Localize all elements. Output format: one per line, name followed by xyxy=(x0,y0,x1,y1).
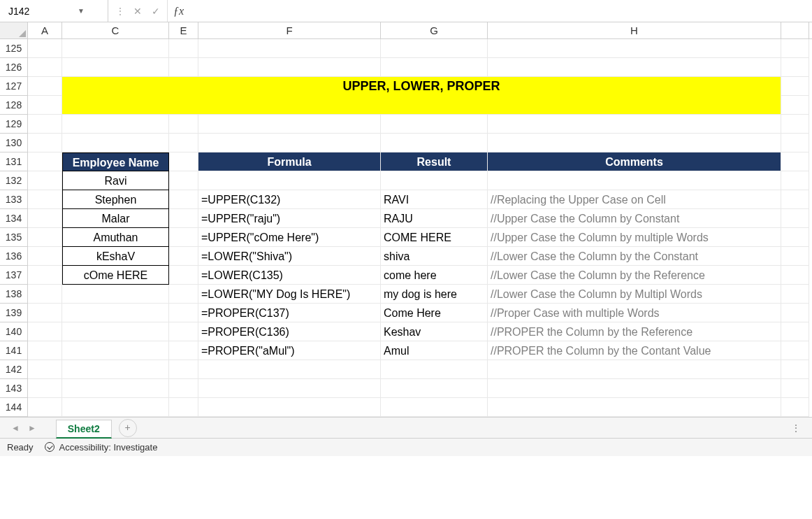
cell[interactable] xyxy=(781,379,809,398)
cell[interactable] xyxy=(781,360,809,379)
result-cell[interactable]: come here xyxy=(381,266,488,285)
cell[interactable] xyxy=(781,322,809,341)
cell[interactable] xyxy=(28,360,62,379)
formula-cell[interactable]: =UPPER(C132) xyxy=(198,190,381,209)
cell[interactable] xyxy=(169,39,198,58)
result-cell[interactable]: COME HERE xyxy=(381,228,488,247)
cell[interactable] xyxy=(781,341,809,360)
employee-cell[interactable]: Amuthan xyxy=(62,228,169,247)
result-cell[interactable]: shiva xyxy=(381,247,488,266)
add-sheet-button[interactable]: + xyxy=(119,419,137,437)
cell[interactable] xyxy=(28,266,62,285)
cell[interactable] xyxy=(781,152,809,171)
row-header[interactable]: 136 xyxy=(0,247,28,266)
cell[interactable] xyxy=(781,209,809,228)
row-header[interactable]: 125 xyxy=(0,39,28,58)
cell[interactable] xyxy=(381,115,488,134)
select-all-corner[interactable] xyxy=(0,22,28,38)
cell[interactable] xyxy=(169,379,198,398)
cell[interactable] xyxy=(28,115,62,134)
cell[interactable] xyxy=(781,115,809,134)
cell[interactable] xyxy=(488,398,781,417)
cell[interactable] xyxy=(169,285,198,304)
cell[interactable] xyxy=(198,115,381,134)
cell[interactable] xyxy=(62,322,169,341)
cell[interactable] xyxy=(381,360,488,379)
comment-cell[interactable]: //Replacing the Upper Case on Cell xyxy=(488,190,781,209)
cell[interactable] xyxy=(198,171,381,190)
employee-cell[interactable]: cOme HERE xyxy=(62,266,169,285)
cell[interactable] xyxy=(381,171,488,190)
cell[interactable] xyxy=(62,304,169,322)
cell[interactable] xyxy=(169,247,198,266)
cell[interactable] xyxy=(781,39,809,58)
tab-bar-menu-icon[interactable]: ⋮ xyxy=(780,422,812,434)
cell[interactable] xyxy=(781,398,809,417)
col-header-A[interactable]: A xyxy=(28,22,62,38)
cell[interactable] xyxy=(28,398,62,417)
row-header[interactable]: 144 xyxy=(0,398,28,417)
formula-input[interactable] xyxy=(189,0,812,22)
formula-cell[interactable]: =UPPER("raju") xyxy=(198,209,381,228)
comment-cell[interactable]: //Upper Case the Column by Constant xyxy=(488,209,781,228)
row-header[interactable]: 143 xyxy=(0,379,28,398)
cell[interactable] xyxy=(28,190,62,209)
col-header-F[interactable]: F xyxy=(198,22,381,38)
cell[interactable] xyxy=(781,304,809,322)
cell[interactable] xyxy=(198,379,381,398)
result-cell[interactable]: my dog is here xyxy=(381,285,488,304)
row-header[interactable]: 131 xyxy=(0,152,28,171)
cell[interactable] xyxy=(169,360,198,379)
row-header[interactable]: 137 xyxy=(0,266,28,285)
cell[interactable] xyxy=(488,379,781,398)
formula-cell[interactable]: =PROPER(C137) xyxy=(198,304,381,322)
comment-cell[interactable]: //Lower Case the Column by the Reference xyxy=(488,266,781,285)
cell[interactable] xyxy=(781,190,809,209)
cell[interactable] xyxy=(781,171,809,190)
formula-cell[interactable]: =LOWER(C135) xyxy=(198,266,381,285)
header-comments[interactable]: Comments xyxy=(488,152,781,171)
cell[interactable] xyxy=(488,39,781,58)
comment-cell[interactable]: //Proper Case with multiple Words xyxy=(488,304,781,322)
cell[interactable] xyxy=(28,322,62,341)
sheet-tab-active[interactable]: Sheet2 xyxy=(56,420,112,439)
row-header[interactable]: 135 xyxy=(0,228,28,247)
formula-cell[interactable]: =UPPER("cOme Here") xyxy=(198,228,381,247)
cell[interactable] xyxy=(488,134,781,152)
result-cell[interactable]: Amul xyxy=(381,341,488,360)
cell[interactable] xyxy=(62,285,169,304)
tab-prev-icon[interactable]: ◄ xyxy=(11,423,20,433)
cancel-formula-icon[interactable]: ✕ xyxy=(131,6,145,17)
cell[interactable] xyxy=(169,266,198,285)
formula-cell[interactable]: =PROPER("aMul") xyxy=(198,341,381,360)
cell[interactable] xyxy=(381,58,488,77)
row-header[interactable]: 141 xyxy=(0,341,28,360)
employee-cell[interactable]: Stephen xyxy=(62,190,169,209)
cell[interactable] xyxy=(198,58,381,77)
cell[interactable] xyxy=(62,360,169,379)
comment-cell[interactable]: //PROPER the Column by the Reference xyxy=(488,322,781,341)
cell[interactable] xyxy=(28,379,62,398)
cell[interactable] xyxy=(28,77,62,96)
title-banner-bottom[interactable] xyxy=(62,96,781,115)
status-accessibility[interactable]: Accessibility: Investigate xyxy=(45,442,158,453)
cell[interactable] xyxy=(28,171,62,190)
cell[interactable] xyxy=(62,379,169,398)
cell[interactable] xyxy=(198,134,381,152)
cell[interactable] xyxy=(488,171,781,190)
formula-bar-more-icon[interactable]: ⋮ xyxy=(113,6,126,16)
cell[interactable] xyxy=(62,341,169,360)
result-cell[interactable]: RAVI xyxy=(381,190,488,209)
cell[interactable] xyxy=(62,115,169,134)
result-cell[interactable]: RAJU xyxy=(381,209,488,228)
row-header[interactable]: 126 xyxy=(0,58,28,77)
formula-cell[interactable]: =LOWER("Shiva") xyxy=(198,247,381,266)
comment-cell[interactable]: //Lower Case the Column by the Constant xyxy=(488,247,781,266)
cell[interactable] xyxy=(28,96,62,115)
comment-cell[interactable]: //PROPER the Column by the Contant Value xyxy=(488,341,781,360)
row-header[interactable]: 140 xyxy=(0,322,28,341)
cell[interactable] xyxy=(169,228,198,247)
cell[interactable] xyxy=(781,96,809,115)
cell[interactable] xyxy=(28,228,62,247)
col-header-extra[interactable] xyxy=(781,22,809,38)
